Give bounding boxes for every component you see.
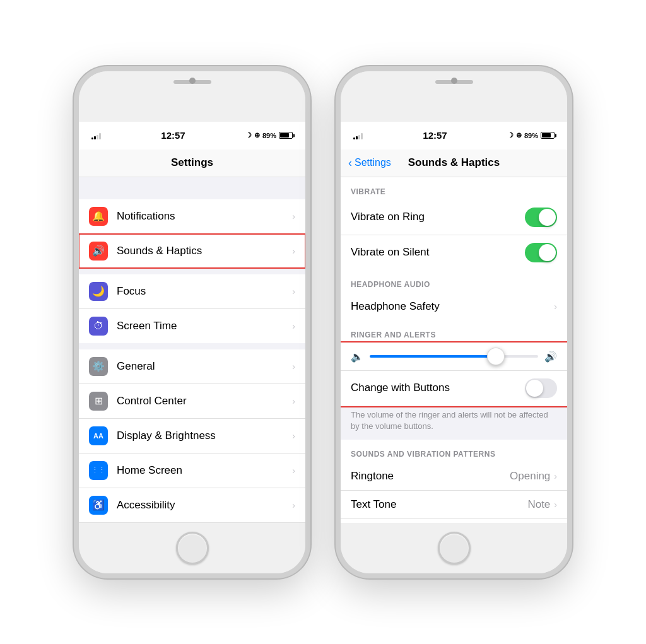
phone-left: 12:57 ☽ ⊕ 89% Settings [74,66,310,578]
notifications-icon: 🔔 [89,207,108,226]
phone-top-left [79,71,305,122]
sounds-patterns-header: SOUNDS AND VIBRATION PATTERNS [341,440,567,462]
battery-pct-left: 89% [262,132,276,139]
battery-fill [280,133,289,138]
sounds-content[interactable]: VIBRATE Vibrate on Ring Vibrate on Silen… [341,177,567,523]
spacer3 [79,343,305,349]
back-chevron-icon: ‹ [348,156,352,170]
headphone-safety-row[interactable]: Headphone Safety › [341,293,567,320]
signal-bars [91,132,101,139]
signal-bars-right [353,132,363,139]
screen-left: 12:57 ☽ ⊕ 89% Settings [79,122,305,523]
nav-bar-right: ‹ Settings Sounds & Haptics [341,149,567,177]
settings-row-homescreen[interactable]: ⋮⋮ Home Screen › [79,454,305,488]
screen-right: 12:57 ☽ ⊕ 89% ‹ Settings Sounds & Haptic… [341,122,567,523]
sounds-patterns-group: Ringtone Opening › Text Tone Note › New … [341,462,567,523]
accessibility-icon: ♿ [89,496,108,515]
location-icon: ⊕ [254,131,260,139]
camera-right [451,78,457,84]
back-label: Settings [355,157,391,168]
change-buttons-row[interactable]: Change with Buttons [341,370,567,406]
settings-group-2: 🌙 Focus › ⏱ Screen Time › [79,274,305,343]
status-left [91,132,101,139]
settings-row-display[interactable]: AA Display & Brightness › [79,419,305,454]
settings-row-controlcenter[interactable]: ⊞ Control Center › [79,384,305,419]
volume-low-icon: 🔈 [351,351,363,363]
location-icon-right: ⊕ [516,131,522,139]
nav-title-right: Sounds & Haptics [408,156,500,169]
headphone-safety-label: Headphone Safety [351,300,554,313]
volume-high-icon: 🔊 [544,351,557,363]
home-button-left[interactable] [176,532,209,565]
vibrate-silent-label: Vibrate on Silent [351,246,525,259]
texttone-label: Text Tone [351,498,527,511]
focus-label: Focus [117,285,292,298]
ringer-slider-track[interactable] [370,355,538,358]
accessibility-label: Accessibility [117,499,292,512]
settings-row-sounds[interactable]: 🔊 Sounds & Haptics › [79,234,305,268]
settings-row-focus[interactable]: 🌙 Focus › [79,274,305,309]
spacer1 [79,177,305,199]
time-left: 12:57 [161,130,185,141]
change-buttons-toggle[interactable] [525,378,557,398]
status-bar-left: 12:57 ☽ ⊕ 89% [79,122,305,149]
settings-list[interactable]: 🔔 Notifications › 🔊 Sounds & Haptics › 🌙 [79,177,305,523]
vibrate-ring-toggle[interactable] [525,208,557,227]
vibrate-silent-knob [539,244,556,261]
nav-back-button[interactable]: ‹ Settings [348,156,391,170]
vibrate-header: VIBRATE [341,177,567,200]
battery-icon-right [541,132,555,139]
sounds-label: Sounds & Haptics [117,245,292,257]
controlcenter-label: Control Center [117,395,292,407]
vibrate-ring-label: Vibrate on Ring [351,211,525,223]
sounds-chevron: › [292,246,295,256]
settings-row-screentime[interactable]: ⏱ Screen Time › [79,309,305,343]
settings-row-notifications[interactable]: 🔔 Notifications › [79,199,305,234]
spacer2 [79,268,305,274]
ringer-slider-thumb[interactable] [487,348,505,365]
texttone-chevron: › [554,500,557,510]
notifications-label: Notifications [117,210,292,223]
settings-row-general[interactable]: ⚙️ General › [79,349,305,384]
ringer-note: The volume of the ringer and alerts will… [341,406,567,440]
homescreen-icon: ⋮⋮ [89,461,108,480]
display-label: Display & Brightness [117,430,292,442]
controlcenter-icon: ⊞ [89,392,108,411]
status-bar-right: 12:57 ☽ ⊕ 89% [341,122,567,149]
sounds-patterns-section: SOUNDS AND VIBRATION PATTERNS Ringtone O… [341,440,567,523]
settings-group-3: ⚙️ General › ⊞ Control Center › AA Displ… [79,349,305,523]
ringer-section: RINGER AND ALERTS 🔈 🔊 [341,320,567,440]
phone-top-right [341,71,567,122]
sounds-icon: 🔊 [89,242,108,261]
vibrate-section: VIBRATE Vibrate on Ring Vibrate on Silen… [341,177,567,270]
screentime-label: Screen Time [117,320,292,332]
ringer-header: RINGER AND ALERTS [341,320,567,343]
vibrate-ring-knob [539,209,556,226]
vibrate-ring-row[interactable]: Vibrate on Ring [341,200,567,235]
headphone-safety-chevron: › [554,302,557,312]
texttone-row[interactable]: Text Tone Note › [341,491,567,519]
battery-icon-left [279,132,293,139]
camera-left [189,78,196,84]
status-right-right: ☽ ⊕ 89% [507,131,555,139]
ringer-slider-row[interactable]: 🔈 🔊 [341,343,567,370]
nav-bar-left: Settings [79,149,305,177]
vibrate-silent-toggle[interactable] [525,243,557,262]
homescreen-label: Home Screen [117,464,292,477]
headphone-section: HEADPHONE AUDIO Headphone Safety › [341,270,567,320]
vibrate-silent-row[interactable]: Vibrate on Silent [341,235,567,270]
ringtone-row[interactable]: Ringtone Opening › [341,462,567,491]
settings-group-1: 🔔 Notifications › 🔊 Sounds & Haptics › [79,199,305,268]
focus-chevron: › [292,286,295,296]
notifications-chevron: › [292,211,295,221]
focus-icon: 🌙 [89,282,108,301]
texttone-value: Note [527,498,550,511]
controlcenter-chevron: › [292,396,295,406]
headphone-header: HEADPHONE AUDIO [341,270,567,293]
settings-row-accessibility[interactable]: ♿ Accessibility › [79,488,305,523]
screentime-chevron: › [292,321,295,331]
display-icon: AA [89,426,108,445]
home-button-right[interactable] [438,532,471,565]
headphone-group: Headphone Safety › [341,293,567,320]
time-right: 12:57 [423,130,447,141]
